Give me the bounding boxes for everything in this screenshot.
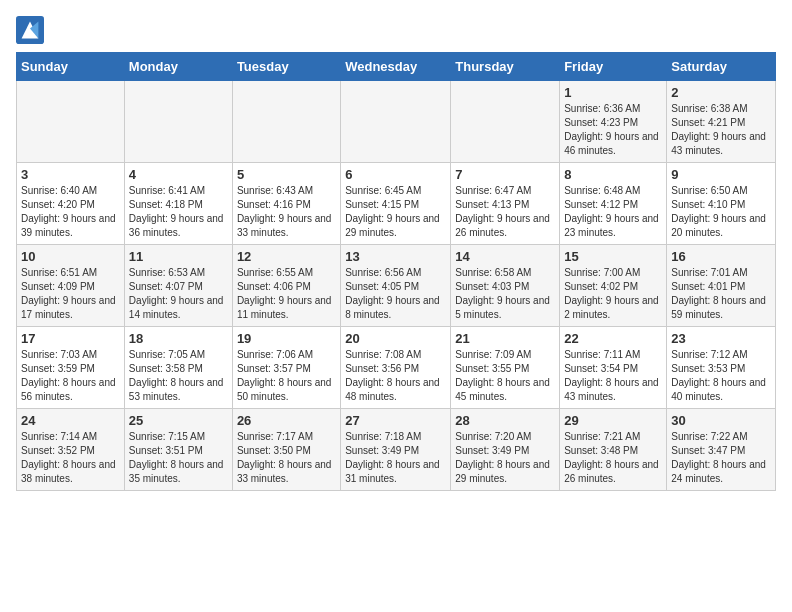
day-info: Sunrise: 7:12 AM Sunset: 3:53 PM Dayligh…: [671, 348, 771, 404]
calendar-week-row: 17Sunrise: 7:03 AM Sunset: 3:59 PM Dayli…: [17, 327, 776, 409]
day-info: Sunrise: 6:43 AM Sunset: 4:16 PM Dayligh…: [237, 184, 336, 240]
day-info: Sunrise: 6:50 AM Sunset: 4:10 PM Dayligh…: [671, 184, 771, 240]
calendar-week-row: 24Sunrise: 7:14 AM Sunset: 3:52 PM Dayli…: [17, 409, 776, 491]
calendar-cell: 25Sunrise: 7:15 AM Sunset: 3:51 PM Dayli…: [124, 409, 232, 491]
calendar-week-row: 10Sunrise: 6:51 AM Sunset: 4:09 PM Dayli…: [17, 245, 776, 327]
day-number: 20: [345, 331, 446, 346]
calendar-cell: 29Sunrise: 7:21 AM Sunset: 3:48 PM Dayli…: [560, 409, 667, 491]
day-number: 16: [671, 249, 771, 264]
day-info: Sunrise: 7:11 AM Sunset: 3:54 PM Dayligh…: [564, 348, 662, 404]
day-number: 24: [21, 413, 120, 428]
header-thursday: Thursday: [451, 53, 560, 81]
day-number: 15: [564, 249, 662, 264]
day-info: Sunrise: 7:15 AM Sunset: 3:51 PM Dayligh…: [129, 430, 228, 486]
day-info: Sunrise: 6:53 AM Sunset: 4:07 PM Dayligh…: [129, 266, 228, 322]
day-info: Sunrise: 7:18 AM Sunset: 3:49 PM Dayligh…: [345, 430, 446, 486]
calendar-cell: 8Sunrise: 6:48 AM Sunset: 4:12 PM Daylig…: [560, 163, 667, 245]
calendar-cell: 3Sunrise: 6:40 AM Sunset: 4:20 PM Daylig…: [17, 163, 125, 245]
day-number: 11: [129, 249, 228, 264]
header-monday: Monday: [124, 53, 232, 81]
calendar-cell: 2Sunrise: 6:38 AM Sunset: 4:21 PM Daylig…: [667, 81, 776, 163]
day-number: 1: [564, 85, 662, 100]
day-number: 5: [237, 167, 336, 182]
day-number: 25: [129, 413, 228, 428]
calendar-cell: [232, 81, 340, 163]
calendar-cell: 24Sunrise: 7:14 AM Sunset: 3:52 PM Dayli…: [17, 409, 125, 491]
day-number: 23: [671, 331, 771, 346]
header-wednesday: Wednesday: [341, 53, 451, 81]
day-info: Sunrise: 7:09 AM Sunset: 3:55 PM Dayligh…: [455, 348, 555, 404]
day-number: 22: [564, 331, 662, 346]
calendar-cell: 10Sunrise: 6:51 AM Sunset: 4:09 PM Dayli…: [17, 245, 125, 327]
day-info: Sunrise: 7:03 AM Sunset: 3:59 PM Dayligh…: [21, 348, 120, 404]
calendar-cell: [341, 81, 451, 163]
day-number: 30: [671, 413, 771, 428]
day-info: Sunrise: 6:36 AM Sunset: 4:23 PM Dayligh…: [564, 102, 662, 158]
day-number: 28: [455, 413, 555, 428]
day-info: Sunrise: 7:20 AM Sunset: 3:49 PM Dayligh…: [455, 430, 555, 486]
day-number: 21: [455, 331, 555, 346]
day-number: 8: [564, 167, 662, 182]
day-info: Sunrise: 6:56 AM Sunset: 4:05 PM Dayligh…: [345, 266, 446, 322]
day-number: 13: [345, 249, 446, 264]
day-number: 17: [21, 331, 120, 346]
calendar-cell: 19Sunrise: 7:06 AM Sunset: 3:57 PM Dayli…: [232, 327, 340, 409]
day-info: Sunrise: 7:17 AM Sunset: 3:50 PM Dayligh…: [237, 430, 336, 486]
day-info: Sunrise: 7:06 AM Sunset: 3:57 PM Dayligh…: [237, 348, 336, 404]
calendar-cell: 11Sunrise: 6:53 AM Sunset: 4:07 PM Dayli…: [124, 245, 232, 327]
calendar-cell: 6Sunrise: 6:45 AM Sunset: 4:15 PM Daylig…: [341, 163, 451, 245]
page-header: [16, 16, 776, 44]
day-info: Sunrise: 7:21 AM Sunset: 3:48 PM Dayligh…: [564, 430, 662, 486]
day-info: Sunrise: 6:47 AM Sunset: 4:13 PM Dayligh…: [455, 184, 555, 240]
calendar-cell: 16Sunrise: 7:01 AM Sunset: 4:01 PM Dayli…: [667, 245, 776, 327]
calendar-cell: 7Sunrise: 6:47 AM Sunset: 4:13 PM Daylig…: [451, 163, 560, 245]
calendar-cell: [451, 81, 560, 163]
calendar-cell: 17Sunrise: 7:03 AM Sunset: 3:59 PM Dayli…: [17, 327, 125, 409]
calendar-cell: 23Sunrise: 7:12 AM Sunset: 3:53 PM Dayli…: [667, 327, 776, 409]
calendar-cell: 9Sunrise: 6:50 AM Sunset: 4:10 PM Daylig…: [667, 163, 776, 245]
calendar-week-row: 1Sunrise: 6:36 AM Sunset: 4:23 PM Daylig…: [17, 81, 776, 163]
day-info: Sunrise: 6:48 AM Sunset: 4:12 PM Dayligh…: [564, 184, 662, 240]
header-friday: Friday: [560, 53, 667, 81]
calendar-cell: 20Sunrise: 7:08 AM Sunset: 3:56 PM Dayli…: [341, 327, 451, 409]
header-saturday: Saturday: [667, 53, 776, 81]
day-number: 2: [671, 85, 771, 100]
day-number: 7: [455, 167, 555, 182]
calendar-table: SundayMondayTuesdayWednesdayThursdayFrid…: [16, 52, 776, 491]
day-number: 18: [129, 331, 228, 346]
calendar-cell: 13Sunrise: 6:56 AM Sunset: 4:05 PM Dayli…: [341, 245, 451, 327]
day-info: Sunrise: 7:01 AM Sunset: 4:01 PM Dayligh…: [671, 266, 771, 322]
day-info: Sunrise: 7:08 AM Sunset: 3:56 PM Dayligh…: [345, 348, 446, 404]
day-info: Sunrise: 7:22 AM Sunset: 3:47 PM Dayligh…: [671, 430, 771, 486]
calendar-cell: 1Sunrise: 6:36 AM Sunset: 4:23 PM Daylig…: [560, 81, 667, 163]
logo-icon: [16, 16, 44, 44]
calendar-cell: 12Sunrise: 6:55 AM Sunset: 4:06 PM Dayli…: [232, 245, 340, 327]
calendar-cell: [124, 81, 232, 163]
day-number: 4: [129, 167, 228, 182]
day-info: Sunrise: 6:55 AM Sunset: 4:06 PM Dayligh…: [237, 266, 336, 322]
day-info: Sunrise: 6:45 AM Sunset: 4:15 PM Dayligh…: [345, 184, 446, 240]
day-number: 6: [345, 167, 446, 182]
day-number: 12: [237, 249, 336, 264]
day-info: Sunrise: 7:05 AM Sunset: 3:58 PM Dayligh…: [129, 348, 228, 404]
day-info: Sunrise: 6:41 AM Sunset: 4:18 PM Dayligh…: [129, 184, 228, 240]
calendar-cell: 18Sunrise: 7:05 AM Sunset: 3:58 PM Dayli…: [124, 327, 232, 409]
day-info: Sunrise: 6:40 AM Sunset: 4:20 PM Dayligh…: [21, 184, 120, 240]
logo: [16, 16, 48, 44]
header-sunday: Sunday: [17, 53, 125, 81]
calendar-week-row: 3Sunrise: 6:40 AM Sunset: 4:20 PM Daylig…: [17, 163, 776, 245]
calendar-cell: 28Sunrise: 7:20 AM Sunset: 3:49 PM Dayli…: [451, 409, 560, 491]
calendar-cell: 30Sunrise: 7:22 AM Sunset: 3:47 PM Dayli…: [667, 409, 776, 491]
day-number: 3: [21, 167, 120, 182]
calendar-header-row: SundayMondayTuesdayWednesdayThursdayFrid…: [17, 53, 776, 81]
calendar-cell: 14Sunrise: 6:58 AM Sunset: 4:03 PM Dayli…: [451, 245, 560, 327]
calendar-cell: 21Sunrise: 7:09 AM Sunset: 3:55 PM Dayli…: [451, 327, 560, 409]
day-info: Sunrise: 6:51 AM Sunset: 4:09 PM Dayligh…: [21, 266, 120, 322]
header-tuesday: Tuesday: [232, 53, 340, 81]
day-number: 27: [345, 413, 446, 428]
day-number: 14: [455, 249, 555, 264]
calendar-cell: 22Sunrise: 7:11 AM Sunset: 3:54 PM Dayli…: [560, 327, 667, 409]
day-number: 10: [21, 249, 120, 264]
day-info: Sunrise: 6:38 AM Sunset: 4:21 PM Dayligh…: [671, 102, 771, 158]
calendar-cell: 4Sunrise: 6:41 AM Sunset: 4:18 PM Daylig…: [124, 163, 232, 245]
